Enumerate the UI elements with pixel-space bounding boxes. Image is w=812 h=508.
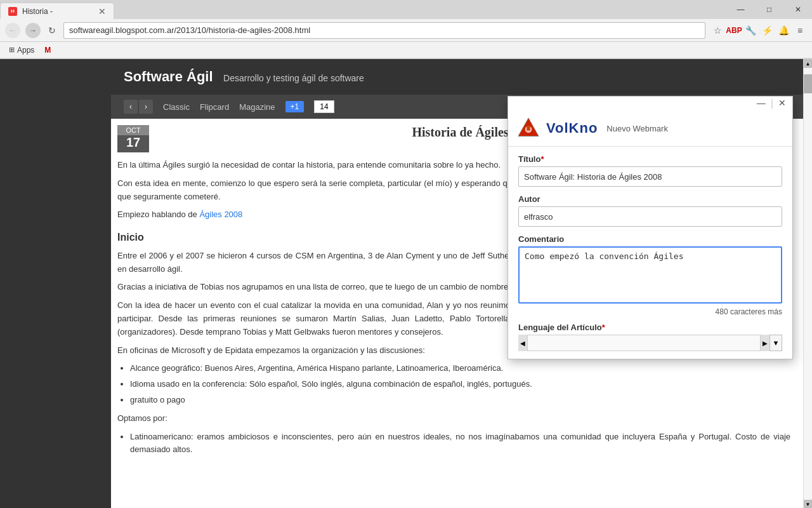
comment-field-label: Comentario [518, 234, 782, 244]
tab-title: Historia - [22, 7, 53, 16]
char-count: 480 caracteres más [518, 307, 782, 316]
opted-item-1: Latinoamericano: eramos ambiciosos e inc… [130, 431, 790, 457]
scroll-up-button[interactable]: ▲ [804, 59, 813, 68]
discussion-list: Alcance geográfico: Buenos Aires, Argent… [117, 362, 790, 406]
volkno-form-body: Título* Autor Comentario Como empezó la … [508, 147, 792, 359]
language-dropdown-arrow[interactable]: ▼ [769, 335, 782, 351]
apps-label: Apps [17, 46, 34, 55]
refresh-button[interactable]: ↻ [46, 24, 58, 37]
list-item-2: Idioma usado en la conferencia: Sólo esp… [130, 378, 790, 391]
volkno-brand-label: VolKno [546, 120, 598, 137]
tab-favicon: H [8, 7, 17, 16]
language-field-label: Lenguaje del Artículo* [518, 323, 782, 332]
menu-icon[interactable]: ≡ [793, 23, 807, 37]
extension-icon-2[interactable]: ⚡ [760, 23, 774, 37]
language-scroll-left[interactable]: ◀ [518, 335, 527, 351]
nav-arrows: ‹ › [124, 100, 153, 114]
gplus-button[interactable]: +1 [285, 101, 304, 112]
main-area: Software Ágil Desarrollo y testing ágil … [0, 59, 812, 508]
address-icons: ☆ ABP 🔧 ⚡ 🔔 ≡ [710, 23, 807, 37]
agiles-link[interactable]: Ágiles 2008 [199, 210, 242, 219]
date-badge: OCT 17 [117, 125, 149, 152]
back-button[interactable]: ← [5, 23, 20, 38]
blog-header: Software Ágil Desarrollo y testing ágil … [111, 59, 803, 95]
volkno-header-text: Nuevo Webmark [606, 124, 668, 133]
adblock-icon[interactable]: ABP [727, 23, 741, 37]
gmail-icon: M [44, 46, 51, 55]
address-bar-row: ← → ↻ ☆ ABP 🔧 ⚡ 🔔 ≡ [0, 19, 812, 42]
title-input[interactable] [518, 166, 782, 187]
volkno-logo-icon [517, 117, 540, 140]
author-input[interactable] [518, 206, 782, 227]
close-button[interactable]: ✕ [783, 0, 812, 19]
next-arrow[interactable]: › [139, 100, 153, 114]
nav-magazine[interactable]: Magazine [239, 102, 275, 112]
active-tab[interactable]: H Historia - ✕ [0, 3, 114, 19]
extension-icon-3[interactable]: 🔔 [776, 23, 790, 37]
opted-list: Latinoamericano: eramos ambiciosos e inc… [117, 431, 790, 457]
blog-title: Software Ágil [124, 69, 213, 84]
apps-bookmark[interactable]: ⊞ Apps [5, 44, 38, 56]
browser-chrome: H Historia - ✕ — □ ✕ ← → ↻ ☆ ABP 🔧 ⚡ 🔔 ≡… [0, 0, 812, 59]
tab-close-button[interactable]: ✕ [98, 6, 106, 17]
volkno-popup: — | ✕ VolKno Nuevo Webmark Título* Autor [508, 96, 793, 359]
extension-icon-1[interactable]: 🔧 [743, 23, 757, 37]
comment-textarea[interactable]: Como empezó la convención Ágiles [518, 246, 782, 304]
bookmarks-bar: ⊞ Apps M [0, 42, 812, 58]
scroll-thumb[interactable] [804, 74, 813, 93]
language-select-row: ◀ ▶ ▼ [518, 335, 782, 351]
tab-bar: H Historia - ✕ — □ ✕ [0, 0, 812, 19]
para-8: Optamos por: [117, 412, 790, 425]
window-controls: — □ ✕ [726, 0, 812, 19]
forward-button[interactable]: → [25, 23, 41, 38]
date-month: OCT [117, 125, 149, 135]
blog-left-sidebar [0, 59, 111, 508]
language-select-bar[interactable] [527, 335, 761, 351]
nav-flipcard[interactable]: Flipcard [200, 102, 229, 112]
popup-controls: — | ✕ [508, 97, 792, 110]
prev-arrow[interactable]: ‹ [124, 100, 138, 114]
title-field-label: Título* [518, 154, 782, 164]
gmail-bookmark[interactable]: M [41, 44, 55, 56]
date-day: 17 [117, 135, 149, 150]
scroll-down-button[interactable]: ▼ [804, 500, 813, 508]
blog-subtitle: Desarrollo y testing ágil de software [223, 73, 364, 83]
scroll-track[interactable] [804, 68, 813, 500]
volkno-header: VolKno Nuevo Webmark [508, 110, 792, 147]
minimize-button[interactable]: — [726, 0, 755, 19]
list-item-1: Alcance geográfico: Buenos Aires, Argent… [130, 362, 790, 375]
address-input[interactable] [63, 22, 705, 39]
page-scrollbar[interactable]: ▲ ▼ [803, 59, 812, 508]
nav-classic[interactable]: Classic [163, 102, 190, 112]
star-icon[interactable]: ☆ [710, 23, 724, 37]
maximize-button[interactable]: □ [755, 0, 783, 19]
popup-minimize-button[interactable]: — [754, 98, 768, 109]
language-scroll-right[interactable]: ▶ [761, 335, 769, 351]
popup-close-button[interactable]: ✕ [776, 98, 789, 109]
share-count[interactable]: 14 [314, 100, 334, 113]
author-field-label: Autor [518, 194, 782, 204]
list-item-3: gratuito o pago [130, 394, 790, 407]
svg-rect-2 [527, 126, 530, 130]
